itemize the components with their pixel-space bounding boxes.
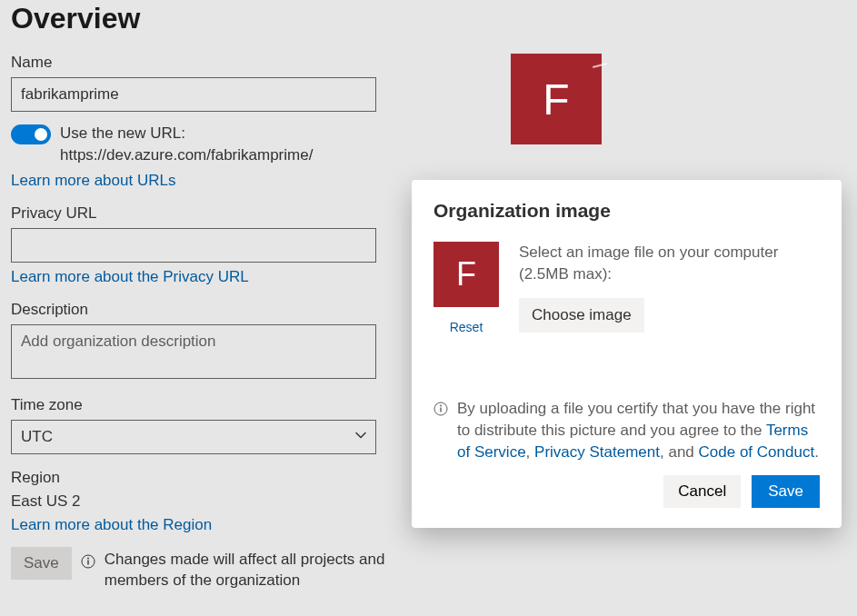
code-of-conduct-link[interactable]: Code of Conduct — [699, 443, 815, 461]
name-label: Name — [11, 54, 411, 72]
dialog-title: Organization image — [433, 200, 820, 222]
svg-point-4 — [440, 405, 442, 407]
organization-avatar[interactable]: F — [511, 54, 602, 144]
avatar-letter: F — [543, 75, 569, 124]
region-value: East US 2 — [11, 492, 411, 511]
organization-image-dialog: Organization image F Reset Select an ima… — [412, 180, 842, 528]
dialog-avatar-letter: F — [456, 255, 476, 293]
dialog-save-button[interactable]: Save — [752, 475, 820, 508]
timezone-select[interactable]: UTC — [11, 420, 376, 454]
svg-rect-2 — [87, 560, 88, 564]
cancel-button[interactable]: Cancel — [663, 475, 741, 508]
description-label: Description — [11, 301, 411, 319]
reset-link[interactable]: Reset — [450, 320, 483, 334]
svg-point-1 — [87, 557, 89, 559]
learn-more-urls-link[interactable]: Learn more about URLs — [11, 172, 175, 190]
avatar-flourish — [593, 63, 607, 68]
privacy-statement-link[interactable]: Privacy Statement — [534, 443, 660, 461]
region-label: Region — [11, 469, 411, 487]
use-new-url-label: Use the new URL: https://dev.azure.com/f… — [60, 123, 396, 166]
timezone-label: Time zone — [11, 396, 411, 414]
page-title: Overview — [11, 2, 846, 35]
footer-info-text: Changes made will affect all projects an… — [105, 549, 411, 592]
save-button[interactable]: Save — [11, 547, 72, 580]
description-input[interactable] — [11, 324, 376, 379]
info-icon — [433, 402, 448, 419]
learn-more-region-link[interactable]: Learn more about the Region — [11, 516, 212, 534]
dialog-help-text: Select an image file on your computer (2… — [519, 242, 820, 285]
svg-rect-5 — [440, 408, 441, 412]
learn-more-privacy-url-link[interactable]: Learn more about the Privacy URL — [11, 268, 249, 286]
use-new-url-toggle[interactable] — [11, 124, 51, 144]
name-input[interactable] — [11, 77, 376, 112]
dialog-avatar: F — [433, 242, 499, 307]
legal-text: By uploading a file you certify that you… — [457, 398, 820, 462]
privacy-url-label: Privacy URL — [11, 204, 411, 223]
info-icon — [81, 554, 95, 571]
choose-image-button[interactable]: Choose image — [519, 298, 644, 333]
privacy-url-input[interactable] — [11, 228, 376, 263]
